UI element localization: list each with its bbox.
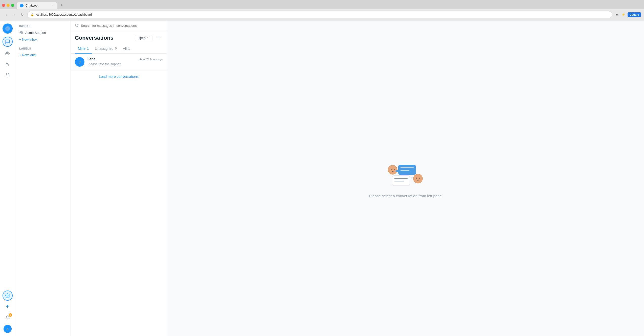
update-button[interactable]: Update: [628, 12, 641, 17]
svg-line-7: [78, 26, 78, 27]
conversation-item-jane[interactable]: J Jane about 21 hours ago Please rate th…: [71, 54, 167, 70]
search-icon: [75, 23, 79, 28]
svg-point-13: [394, 169, 395, 170]
svg-point-24: [413, 174, 423, 183]
search-input[interactable]: [81, 24, 163, 28]
conversation-panel: Conversations Open: [71, 20, 167, 336]
app-logo[interactable]: [3, 23, 13, 34]
filter-btn[interactable]: [154, 34, 163, 42]
conversation-search: [71, 20, 167, 31]
tab-unassigned[interactable]: Unassigned 0: [92, 44, 120, 54]
svg-point-2: [7, 295, 8, 296]
load-more-btn[interactable]: Load more conversations: [71, 70, 167, 83]
conversation-list: J Jane about 21 hours ago Please rate th…: [71, 54, 167, 336]
svg-point-0: [5, 26, 10, 31]
nav-icon-settings[interactable]: [3, 291, 13, 301]
new-inbox-btn[interactable]: + New inbox: [15, 36, 71, 43]
browser-chrome: Chatwoot × + ‹ › ↻ 🔒 localhost:3000/app/…: [0, 0, 644, 20]
tab-close-btn[interactable]: ×: [50, 4, 54, 7]
address-url: localhost:3000/app/accounts/1/dashboard: [36, 13, 92, 16]
conv-preview-jane: Please rate the support: [87, 62, 163, 66]
close-window-btn[interactable]: [2, 4, 5, 7]
conversation-tabs: Mine 1 Unassigned 0 All 1: [71, 44, 167, 54]
inboxes-section-title: INBOXES: [15, 25, 71, 28]
tab-mine-count: 1: [87, 47, 89, 50]
globe-icon: [19, 31, 23, 35]
maximize-window-btn[interactable]: [11, 4, 14, 7]
tab-unassigned-label: Unassigned: [95, 46, 114, 51]
chevron-down-icon: [147, 36, 150, 39]
browser-tabs: Chatwoot × +: [0, 0, 644, 9]
browser-toolbar-actions: ★ ⚡ Update: [614, 12, 641, 17]
back-btn[interactable]: ‹: [3, 12, 9, 18]
tab-mine[interactable]: Mine 1: [75, 44, 92, 54]
extensions-icon[interactable]: ⚡: [621, 12, 626, 17]
icon-nav: 1 J: [0, 20, 15, 336]
sidebar-labels-section: LABELS + New label: [15, 47, 71, 58]
browser-toolbar: ‹ › ↻ 🔒 localhost:3000/app/accounts/1/da…: [0, 9, 644, 20]
new-tab-btn[interactable]: +: [58, 2, 65, 9]
nav-icon-conversations[interactable]: [3, 37, 13, 47]
conv-avatar-jane: J: [75, 57, 84, 67]
sidebar: INBOXES Acme Support + New inbox LABELS …: [15, 20, 71, 336]
empty-state-illustration: [385, 158, 426, 189]
svg-point-26: [419, 178, 420, 179]
labels-section-title: LABELS: [15, 47, 71, 50]
filter-icon: [157, 36, 161, 40]
conv-info-top: Jane about 21 hours ago: [87, 57, 163, 61]
nav-icon-reports[interactable]: [3, 59, 13, 69]
forward-btn[interactable]: ›: [11, 12, 17, 18]
traffic-lights: [2, 4, 14, 7]
ssl-lock-icon: 🔒: [31, 13, 34, 16]
empty-state: Please select a conversation from left p…: [369, 158, 442, 198]
nav-icon-upgrade[interactable]: [3, 302, 13, 312]
tab-title: Chatwoot: [26, 4, 38, 7]
app: 1 J INBOXES Acme Support + New inbox LAB: [0, 20, 644, 336]
address-bar[interactable]: 🔒 localhost:3000/app/accounts/1/dashboar…: [27, 11, 612, 18]
tab-all-count: 1: [128, 47, 130, 50]
tab-favicon: [20, 4, 24, 7]
notification-badge: 1: [9, 313, 12, 317]
conversations-header-actions: Open: [135, 34, 163, 42]
nav-icon-notifications[interactable]: 1: [3, 313, 13, 323]
svg-point-6: [75, 24, 78, 27]
conv-time-jane: about 21 hours ago: [139, 58, 163, 61]
main-content: Please select a conversation from left p…: [167, 20, 644, 336]
inbox-name: Acme Support: [25, 31, 46, 35]
user-avatar[interactable]: J: [4, 325, 12, 333]
svg-point-11: [388, 165, 397, 174]
tab-mine-label: Mine: [78, 46, 85, 51]
conv-info-jane: Jane about 21 hours ago Please rate the …: [87, 57, 163, 66]
browser-tab-chatwoot[interactable]: Chatwoot ×: [17, 2, 57, 9]
minimize-window-btn[interactable]: [7, 4, 10, 7]
tab-unassigned-count: 0: [115, 47, 117, 50]
svg-rect-18: [392, 176, 410, 186]
new-label-btn[interactable]: + New label: [15, 52, 71, 58]
sidebar-inboxes-section: INBOXES Acme Support + New inbox: [15, 25, 71, 43]
conv-name-jane: Jane: [87, 57, 96, 61]
svg-point-25: [416, 178, 417, 179]
empty-state-message: Please select a conversation from left p…: [369, 194, 442, 198]
sidebar-item-acme-support[interactable]: Acme Support: [15, 29, 71, 36]
status-dropdown[interactable]: Open: [135, 35, 152, 41]
tab-all-label: All: [123, 46, 127, 51]
svg-point-12: [391, 169, 392, 170]
bookmark-icon[interactable]: ★: [614, 12, 619, 17]
tab-all[interactable]: All 1: [120, 44, 133, 54]
svg-point-1: [6, 51, 8, 53]
status-label: Open: [138, 36, 146, 40]
reload-btn[interactable]: ↻: [19, 12, 25, 18]
conversations-title: Conversations: [75, 35, 114, 41]
svg-rect-14: [398, 165, 416, 175]
nav-icon-campaigns[interactable]: [3, 70, 13, 80]
nav-icon-contacts[interactable]: [3, 48, 13, 58]
conversations-header: Conversations Open: [71, 31, 167, 42]
